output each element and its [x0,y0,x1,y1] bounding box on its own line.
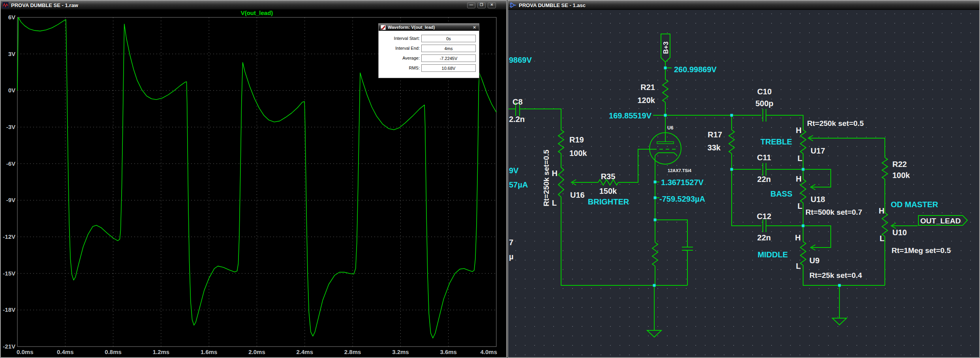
y-axis-tick-label: 0V [8,87,15,94]
close-button[interactable]: ✕ [488,2,496,8]
pot-U10-L: L [880,234,884,243]
dialog-close-icon[interactable]: ✕ [472,25,477,30]
x-axis-tick-label: 1.6ms [201,349,218,355]
y-axis-tick-label: -9V [6,197,15,203]
net-label-od-master: OD MASTER [891,200,939,209]
label-R19: R19 [569,135,584,144]
pot-U16-H: H [552,169,558,178]
label-R35: R35 [601,172,616,181]
label-C8: C8 [513,97,523,106]
y-axis-tick-label: -21V [3,343,15,350]
interval-end-field[interactable]: 4ms [421,45,476,52]
interval-end-label: Interval End: [395,46,420,51]
node-voltage-cathode: 1.3671527V [661,178,704,187]
pot-U16-setting: Rt=250k set=0.5 [542,150,550,206]
waveform-window: PROVA DUMBLE SE - 1.raw — ❐ ✕ 6V3V0V-3V-… [0,0,507,358]
model-12AX7: 12AX7.TSi4 [668,168,692,173]
waveform-window-icon [2,2,9,8]
x-axis-tick-label: 0.8ms [105,349,122,355]
y-axis-tick-label: 6V [8,14,15,21]
value-C11: 22n [757,175,771,184]
x-axis-tick-label: 3.6ms [440,349,457,355]
node-voltage-260V: 260.99869V [674,65,717,74]
dialog-title: Waveform: V(out_lead) [388,25,470,30]
pot-U9-setting: Rt=25k set=0.4 [809,271,862,279]
y-axis-tick-label: 3V [8,51,15,57]
interval-start-field[interactable]: 0s [421,35,476,42]
waveform-window-title: PROVA DUMBLE SE - 1.raw [11,2,465,8]
y-axis-tick-label: -15V [3,270,15,277]
waveform-client: 6V3V0V-3V-6V-9V-12V-15V-18V-21V0.0ms0.4m… [1,10,506,357]
pot-U17-setting: Rt=250k set=0.5 [807,119,864,127]
ltspice-screen: PROVA DUMBLE SE - 1.raw — ❐ ✕ 6V3V0V-3V-… [0,0,980,358]
label-C12: C12 [757,212,772,221]
y-axis-tick-label: -3V [6,124,15,130]
pot-U16-L: L [552,199,557,207]
pot-U18-H: H [796,174,802,183]
x-axis-tick-label: 2.0ms [248,349,265,355]
pot-U18-setting: Rt=500k set=0.7 [805,208,862,216]
x-axis-tick-label: 3.2ms [392,349,409,355]
value-R17: 33k [708,143,721,152]
value-R22: 100k [892,171,910,180]
net-label-middle: MIDDLE [758,250,788,259]
average-label: Average: [402,56,420,60]
value-cut-5u: µ [509,252,514,261]
label-U17: U17 [811,146,825,155]
schematic-window-titlebar[interactable]: PROVA DUMBLE SE - 1.asc [508,1,979,10]
net-label-cut-57uA: 57µA [509,180,528,189]
net-flag-OUT_LEAD-text: OUT_LEAD [920,217,961,225]
pot-U9-L: L [796,262,801,270]
trace-legend-v-out-lead: V(out_lead) [241,10,273,16]
label-cut-C7: 7 [509,238,513,247]
x-axis-tick-label: 4.0ms [480,349,497,355]
waveform-window-titlebar[interactable]: PROVA DUMBLE SE - 1.raw — ❐ ✕ [1,1,506,10]
waveform-stats-dialog: Waveform: V(out_lead) ✕ Interval Start: … [378,23,479,78]
label-U18: U18 [811,195,825,204]
net-label-bass: BASS [770,189,792,198]
ltspice-logo-icon [381,25,386,30]
label-R21: R21 [640,83,655,92]
label-U10: U10 [892,228,907,237]
pot-U9-H: H [795,233,801,242]
net-label-cut-9869V: 9869V [509,56,532,64]
schematic-canvas[interactable]: 9869V C8 2.2n 9V 57µA 7 µ R19 100k H L U… [508,10,979,357]
x-axis-tick-label: 2.8ms [344,349,361,355]
x-axis-tick-label: 0.4ms [57,349,74,355]
dialog-titlebar[interactable]: Waveform: V(out_lead) ✕ [379,24,479,31]
pot-U10-H: H [879,206,884,215]
value-C10: 500p [755,99,773,108]
value-R21: 120k [638,96,655,105]
schematic-window-icon [510,2,516,8]
average-field[interactable]: -7.2245V [421,54,476,62]
label-R17: R17 [708,130,722,139]
pot-U17-H: H [796,126,802,135]
label-U9: U9 [809,256,820,265]
schematic-window: PROVA DUMBLE SE - 1.asc [507,0,980,358]
y-axis-tick-label: -12V [3,233,15,240]
value-R35: 150k [599,187,617,195]
minimize-button[interactable]: — [467,2,475,8]
label-R22: R22 [892,160,907,169]
rms-label: RMS: [409,66,420,70]
maximize-button[interactable]: ❐ [477,2,486,8]
y-axis-tick-label: -6V [6,160,15,167]
value-C8: 2.2n [509,115,525,124]
label-U6: U6 [667,125,674,131]
label-C10: C10 [757,87,772,96]
net-flag-B+3-text: B+3 [662,41,670,54]
interval-start-label: Interval Start: [394,36,420,41]
node-voltage-169V: 169.85519V [609,111,652,120]
net-label-cut-9V: 9V [509,166,519,175]
x-axis-tick-label: 1.2ms [153,349,170,355]
value-R19: 100k [569,149,587,157]
schematic-background [508,10,979,357]
label-C11: C11 [757,153,771,162]
x-axis-tick-label: 2.4ms [297,349,314,355]
pot-U10-setting: Rt=1Meg set=0.5 [892,246,951,255]
value-C12: 22n [757,233,771,242]
rms-field[interactable]: 10.68V [421,64,476,72]
net-label-treble: TREBLE [760,137,792,146]
label-U16: U16 [570,191,585,199]
y-axis-tick-label: -18V [3,306,15,313]
